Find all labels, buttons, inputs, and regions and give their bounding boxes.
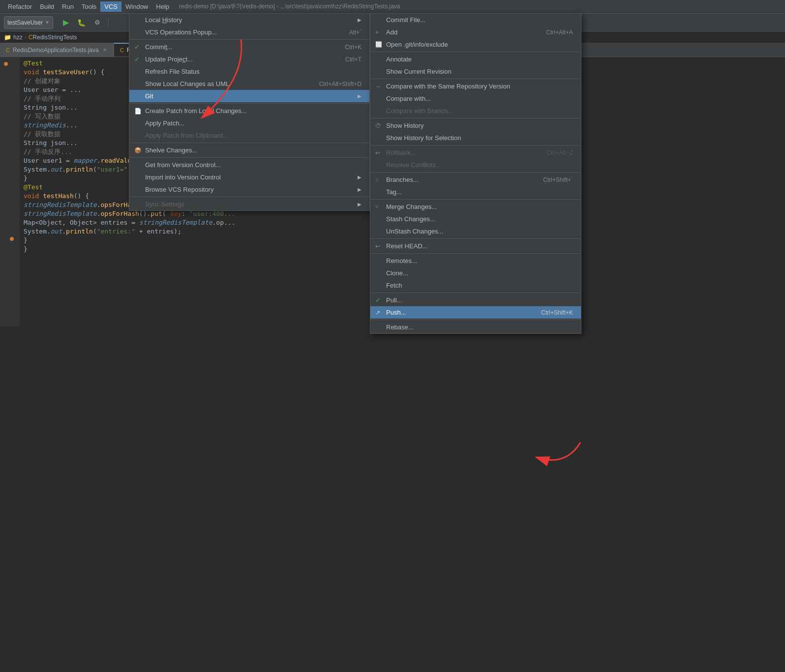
line-numbers [0, 57, 20, 326]
git-exclude-icon: ⬜ [375, 41, 382, 48]
menu-get-vc-label: Get from Version Control... [145, 161, 221, 169]
submenu-arrow-icon: ▶ [358, 17, 362, 23]
git-pull[interactable]: ✓ Pull... [370, 294, 581, 306]
menu-bar: Refactor Build Run Tools VCS Window Help… [0, 0, 785, 14]
git-add-shortcut: Ctrl+Alt+A [546, 29, 573, 36]
git-show-revision[interactable]: Show Current Revision [370, 65, 581, 78]
git-reset-head[interactable]: ↩ Reset HEAD... [370, 240, 581, 252]
git-compare-with-label: Compare with... [386, 95, 431, 102]
shelve-icon: 📦 [134, 147, 142, 154]
breadcrumb-class[interactable]: RedisStringTests [32, 34, 77, 41]
git-reset-icon: ↩ [375, 243, 380, 250]
menu-separator-5 [129, 197, 369, 197]
menu-apply-patch[interactable]: Apply Patch... [129, 117, 369, 129]
menu-window[interactable]: Window [121, 1, 152, 12]
toolbar-separator [108, 18, 109, 28]
git-rebase[interactable]: Rebase... [370, 321, 581, 333]
git-history-icon: ⏱ [375, 122, 381, 129]
coverage-button[interactable]: ⚙ [91, 16, 104, 29]
debug-button[interactable]: 🐛 [75, 16, 89, 29]
menu-separator-4 [129, 157, 369, 158]
menu-sync-settings-label: Sync Settings [145, 201, 184, 208]
menu-run[interactable]: Run [58, 1, 78, 12]
menu-vcs-operations[interactable]: VCS Operations Popup... Alt+` [129, 26, 369, 38]
menu-apply-patch-label: Apply Patch... [145, 119, 184, 127]
git-compare-branch-label: Compare with Branch... [386, 107, 453, 115]
update-check-icon: ✓ [134, 56, 140, 63]
run-button[interactable]: ▶ [59, 16, 73, 29]
menu-create-patch[interactable]: 📄 Create Patch from Local Changes... [129, 105, 369, 117]
menu-show-local-label: Show Local Changes as UML [145, 80, 229, 88]
menu-get-from-vc[interactable]: Get from Version Control... [129, 159, 369, 171]
git-push-icon: ↗ [375, 309, 380, 316]
run-config[interactable]: testSaveUser ▼ [4, 16, 53, 29]
git-commit-file-label: Commit File... [386, 16, 425, 24]
git-unstash[interactable]: UnStash Changes... [370, 225, 581, 237]
git-sep-5 [370, 172, 581, 173]
menu-commit[interactable]: ✓ Commit... Ctrl+K [129, 41, 369, 53]
tab-close-btn[interactable]: ✕ [102, 47, 108, 53]
git-show-history-label: Show History [386, 122, 424, 129]
menu-refresh[interactable]: Refresh File Status [129, 65, 369, 78]
git-clone[interactable]: Clone... [370, 267, 581, 279]
git-stash[interactable]: Stash Changes... [370, 213, 581, 225]
git-open-exclude[interactable]: ⬜ Open .git/info/exclude [370, 38, 581, 51]
git-compare-same[interactable]: ↔ Compare with the Same Repository Versi… [370, 80, 581, 92]
git-add[interactable]: + Add Ctrl+Alt+A [370, 26, 581, 38]
tab-java-icon-2: C [120, 47, 124, 53]
import-vc-arrow-icon: ▶ [358, 175, 362, 180]
git-submenu-arrow-icon: ▶ [358, 93, 362, 99]
git-branches-icon: ⑂ [375, 176, 379, 183]
menu-apply-patch-clipboard-label: Apply Patch from Clipboard... [145, 132, 228, 139]
git-commit-file[interactable]: Commit File... [370, 14, 581, 26]
git-tag[interactable]: Tag... [370, 186, 581, 198]
vcs-ops-shortcut: Alt+` [349, 29, 362, 36]
git-merge[interactable]: ⑂ Merge Changes... [370, 201, 581, 213]
menu-import-vc[interactable]: Import into Version Control ▶ [129, 171, 369, 183]
sync-settings-arrow-icon: ▶ [358, 202, 362, 207]
menu-local-history[interactable]: Local History ▶ [129, 14, 369, 26]
menu-help[interactable]: Help [152, 1, 173, 12]
breadcrumb-sep1: › [25, 34, 27, 41]
git-show-history-sel[interactable]: Show History for Selection [370, 132, 581, 144]
git-rollback-shortcut: Ctrl+Alt+Z [546, 149, 573, 156]
git-annotate[interactable]: Annotate [370, 53, 581, 65]
git-branches-shortcut: Ctrl+Shift+` [543, 176, 573, 183]
menu-vcs[interactable]: VCS [100, 1, 121, 12]
tab-label: RedisDemoApplicationTests.java [13, 47, 99, 54]
git-pull-check-icon: ✓ [375, 296, 381, 304]
git-compare-same-label: Compare with the Same Repository Version [386, 83, 510, 90]
menu-separator-1 [129, 39, 369, 40]
git-compare-with[interactable]: Compare with... [370, 92, 581, 105]
git-fetch-label: Fetch [386, 282, 402, 289]
menu-update[interactable]: ✓ Update Project... Ctrl+T [129, 53, 369, 65]
menu-tools[interactable]: Tools [78, 1, 100, 12]
menu-build[interactable]: Build [36, 1, 58, 12]
line-num [0, 59, 16, 324]
update-shortcut: Ctrl+T [345, 56, 362, 63]
menu-show-local[interactable]: Show Local Changes as UML Ctrl+Alt+Shift… [129, 78, 369, 90]
git-push-label: Push... [386, 309, 406, 316]
git-fetch[interactable]: Fetch [370, 279, 581, 292]
git-push[interactable]: ↗ Push... Ctrl+Shift+K [370, 306, 581, 319]
git-sep-7 [370, 238, 581, 239]
tab-redis-demo-app[interactable]: C RedisDemoApplicationTests.java ✕ [0, 43, 114, 57]
menu-refresh-label: Refresh File Status [145, 68, 200, 75]
tab-java-icon: C [6, 47, 10, 53]
git-sep-2 [370, 79, 581, 79]
menu-browse-vcs[interactable]: Browse VCS Repository ▶ [129, 183, 369, 196]
git-clone-label: Clone... [386, 269, 408, 277]
menu-git[interactable]: Git ▶ [129, 90, 369, 102]
git-remotes[interactable]: Remotes... [370, 255, 581, 267]
menu-import-vc-label: Import into Version Control [145, 174, 221, 181]
git-reset-head-label: Reset HEAD... [386, 242, 428, 250]
menu-shelve[interactable]: 📦 Shelve Changes... [129, 144, 369, 156]
git-rollback: ↩ Rollback... Ctrl+Alt+Z [370, 146, 581, 159]
git-branches[interactable]: ⑂ Branches... Ctrl+Shift+` [370, 174, 581, 186]
git-unstash-label: UnStash Changes... [386, 228, 443, 235]
breadcrumb-hzz[interactable]: hzz [13, 34, 23, 41]
dropdown-icon: ▼ [45, 20, 50, 25]
menu-git-label: Git [145, 92, 153, 100]
git-show-history[interactable]: ⏱ Show History [370, 119, 581, 132]
menu-refactor[interactable]: Refactor [4, 1, 36, 12]
